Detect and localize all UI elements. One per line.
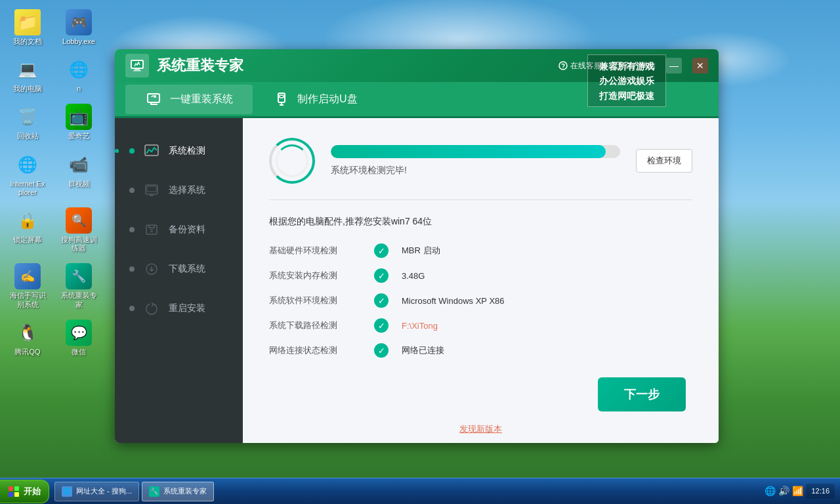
- step1-dot: [129, 148, 135, 154]
- progress-circle-inner: [276, 144, 308, 177]
- handwriting-icon: ✍️: [14, 263, 41, 289]
- next-step-button[interactable]: 下一步: [598, 377, 686, 411]
- my-docs-label: 我的文档: [13, 37, 42, 46]
- detection-item-network: 网络连接状态检测 ✓ 网络已连接: [269, 343, 692, 358]
- start-button[interactable]: 开始: [0, 480, 49, 503]
- progress-circle: [269, 138, 315, 184]
- tab-reinstall-system[interactable]: 一键重装系统: [125, 85, 253, 114]
- main-content: 系统检测 选择系统: [115, 118, 719, 443]
- ad-text: 兼容所有游戏办公游戏娱乐打造网吧极速: [592, 59, 662, 103]
- select-svg: [144, 183, 159, 198]
- usb-tab-icon: [272, 90, 291, 108]
- hardware-label: 基础硬件环境检测: [269, 245, 361, 257]
- desktop-icon-qq[interactable]: 🐧 腾讯QQ: [7, 317, 49, 359]
- close-button[interactable]: ✕: [692, 58, 708, 74]
- ad-banner: 兼容所有游戏办公游戏娱乐打造网吧极速: [587, 54, 666, 107]
- weixin-icon: 💬: [66, 320, 92, 346]
- desktop-icon-lockscreen[interactable]: 🔒 锁定屏幕: [7, 205, 49, 255]
- backup-label: 备份资料: [169, 224, 205, 236]
- my-computer-label: 我的电脑: [13, 85, 42, 93]
- svg-rect-12: [147, 186, 156, 192]
- step5-dot: [129, 306, 135, 311]
- qq-icon: 🐧: [14, 320, 41, 346]
- step3-dot: [129, 227, 135, 232]
- sogou-label: 搜狗高速训 练器: [60, 236, 97, 253]
- reinstall-taskbar-icon: 🔧: [149, 486, 159, 497]
- desktop-icon-internet[interactable]: 🌐 n: [58, 54, 100, 96]
- lobby-label: Lobby.exe: [62, 37, 95, 46]
- windows-logo-icon: [8, 486, 20, 497]
- restart-svg: [144, 301, 159, 316]
- desktop-icon-my-computer[interactable]: 💻 我的电脑: [7, 54, 49, 96]
- qunshi-icon: 📹: [66, 152, 92, 178]
- network-tray-icon: 🌐: [765, 486, 776, 496]
- svg-point-5: [562, 68, 564, 69]
- customer-service-icon: [558, 61, 568, 70]
- check-environment-button[interactable]: 检查环境: [636, 149, 692, 173]
- backup-icon: [142, 220, 161, 239]
- software-label: 系统软件环境检测: [269, 295, 361, 306]
- step2-dot: [129, 188, 135, 193]
- select-label: 选择系统: [169, 184, 205, 196]
- detect-svg: [144, 144, 159, 158]
- network-value: 网络已连接: [402, 345, 444, 356]
- sound-tray-icon: 🔊: [778, 486, 789, 496]
- desktop: 📁 我的文档 🎮 Lobby.exe 💻 我的电脑 🌐 n 🗑️ 回收站 📺: [0, 0, 840, 504]
- sidebar: 系统检测 选择系统: [115, 118, 243, 443]
- svg-rect-16: [14, 486, 19, 491]
- my-computer-icon: 💻: [14, 56, 41, 83]
- desktop-icon-reinstall[interactable]: 🔧 系统重装专 家: [58, 261, 100, 311]
- app-logo: [125, 54, 149, 77]
- handwriting-label: 海信手写识 别系统: [9, 291, 46, 308]
- update-link[interactable]: 发现新版本: [243, 415, 719, 443]
- sidebar-item-detect[interactable]: 系统检测: [115, 131, 243, 171]
- tab-make-usb[interactable]: 制作启动U盘: [253, 85, 377, 114]
- desktop-icon-qunshi[interactable]: 📹 群视频: [58, 149, 100, 200]
- detection-item-memory: 系统安装内存检测 ✓ 3.48G: [269, 268, 692, 283]
- detection-item-hardware: 基础硬件环境检测 ✓ MBR 启动: [269, 243, 692, 258]
- taskbar-items: 🌐 网址大全 - 搜狗... 🔧 系统重装专家: [54, 482, 759, 501]
- desktop-icons-area: 📁 我的文档 🎮 Lobby.exe 💻 我的电脑 🌐 n 🗑️ 回收站 📺: [7, 7, 104, 359]
- sidebar-item-backup[interactable]: 备份资料: [115, 210, 243, 249]
- desktop-icon-ie[interactable]: 🌐 Internet Explorer: [7, 149, 49, 200]
- detection-list: 基础硬件环境检测 ✓ MBR 启动 系统安装内存检测 ✓ 3.48G 系统软件环…: [269, 243, 692, 358]
- desktop-icon-recycle[interactable]: 🗑️ 回收站: [7, 101, 49, 143]
- clock-time: 12:16: [811, 486, 830, 495]
- minimize-button[interactable]: —: [666, 58, 682, 74]
- recycle-icon: 🗑️: [14, 104, 41, 130]
- path-label: 系统下载路径检测: [269, 320, 361, 331]
- taskbar-item-sogou[interactable]: 🌐 网址大全 - 搜狗...: [54, 482, 139, 501]
- step4-dot: [129, 266, 135, 272]
- qq-label: 腾讯QQ: [14, 348, 40, 356]
- desktop-icon-my-docs[interactable]: 📁 我的文档: [7, 7, 49, 49]
- svg-rect-1: [135, 69, 140, 70]
- desktop-icon-lobby[interactable]: 🎮 Lobby.exe: [58, 7, 100, 49]
- recommend-text: 根据您的电脑配件,推荐您安装win7 64位: [269, 216, 692, 228]
- aiqiyi-icon: 📺: [66, 104, 92, 130]
- taskbar-item-reinstall[interactable]: 🔧 系统重装专家: [142, 482, 214, 501]
- icon-grid: 📁 我的文档 🎮 Lobby.exe 💻 我的电脑 🌐 n 🗑️ 回收站 📺: [7, 7, 104, 359]
- detection-item-software: 系统软件环境检测 ✓ Microsoft Windows XP X86: [269, 293, 692, 308]
- app-title: 系统重装专家: [157, 56, 558, 75]
- tray-icons: 🌐 🔊 📶: [765, 486, 803, 496]
- reinstall-taskbar-label: 系统重装专家: [163, 486, 207, 496]
- detect-label: 系统检测: [169, 145, 205, 157]
- lockscreen-icon: 🔒: [14, 207, 41, 234]
- reinstall-icon: 🔧: [66, 263, 92, 289]
- path-value[interactable]: F:\XiTong: [402, 321, 438, 331]
- sidebar-item-select[interactable]: 选择系统: [115, 171, 243, 210]
- hardware-status-icon: ✓: [374, 243, 388, 258]
- backup-svg: [144, 222, 159, 237]
- desktop-icon-weixin[interactable]: 💬 微信: [58, 317, 100, 359]
- sidebar-item-restart[interactable]: 重启安装: [115, 289, 243, 328]
- next-btn-wrap: 下一步: [269, 377, 692, 411]
- desktop-icon-handwriting[interactable]: ✍️ 海信手写识 别系统: [7, 261, 49, 311]
- download-icon: [142, 260, 161, 278]
- desktop-icon-sogou[interactable]: 🔍 搜狗高速训 练器: [58, 205, 100, 255]
- sidebar-item-download[interactable]: 下载系统: [115, 249, 243, 289]
- progress-bar-fill: [331, 145, 606, 158]
- reinstall-tab-label: 一键重装系统: [170, 93, 233, 106]
- software-status-icon: ✓: [374, 293, 388, 308]
- memory-value: 3.48G: [402, 271, 425, 281]
- desktop-icon-aiqiyi[interactable]: 📺 爱奇艺: [58, 101, 100, 143]
